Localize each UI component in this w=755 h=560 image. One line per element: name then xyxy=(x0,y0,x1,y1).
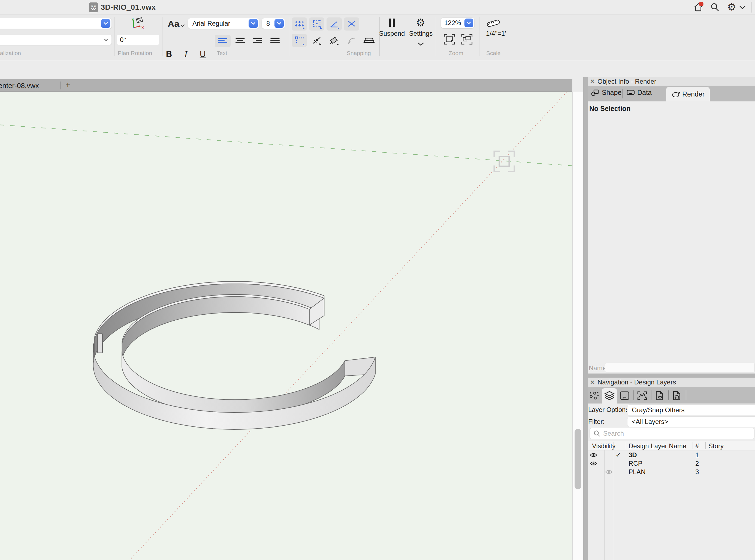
visibility-eye-icon[interactable] xyxy=(590,461,597,467)
layer-table-rows: ✓3D1 RCP2 PLAN3 xyxy=(588,451,755,560)
saved-views-icon[interactable] xyxy=(588,389,601,402)
layer-row-plan[interactable]: PLAN3 xyxy=(588,467,755,476)
zoom-level-value: 122% xyxy=(441,19,465,27)
application-window: V 3D-RIO_01.vwx ⚙ alization xyxy=(0,0,755,560)
col-story: Story xyxy=(708,442,724,450)
data-icon xyxy=(626,89,635,97)
references-icon[interactable] xyxy=(670,389,683,402)
align-justify-button[interactable] xyxy=(267,35,283,47)
visualization-dropdown[interactable] xyxy=(0,18,112,29)
chevron-down-icon xyxy=(104,38,108,41)
layer-search[interactable] xyxy=(589,428,754,439)
snap-point-marker xyxy=(494,151,514,172)
scale-value[interactable]: 1/4"=1' xyxy=(483,30,510,37)
search-icon[interactable] xyxy=(710,3,720,12)
pause-icon[interactable] xyxy=(388,18,396,27)
document-tab[interactable]: enter-08.vwx xyxy=(0,81,39,90)
close-icon[interactable]: ✕ xyxy=(590,379,597,386)
shape-icon xyxy=(591,89,600,97)
object-info-tabs: Shape Data Render xyxy=(588,86,755,101)
design-layers-tab[interactable] xyxy=(602,388,617,403)
saved-views-document-icon[interactable] xyxy=(653,389,666,402)
viewports-icon[interactable] xyxy=(636,389,649,402)
suspend-button[interactable]: Suspend xyxy=(379,30,405,37)
layer-row-3d[interactable]: ✓3D1 xyxy=(588,451,755,459)
panel-divider[interactable] xyxy=(583,374,755,378)
vectorworks-file-icon: V xyxy=(89,2,98,12)
plan-rotation-angle-field[interactable] xyxy=(117,35,159,45)
dropdown-chevron-button[interactable] xyxy=(101,19,110,28)
plan-rotation-icon: Y X xyxy=(129,17,144,30)
tab-render[interactable]: Render xyxy=(666,87,710,101)
align-right-button[interactable] xyxy=(250,35,265,47)
name-input[interactable] xyxy=(605,363,754,373)
fit-objects-button[interactable] xyxy=(461,33,473,45)
close-icon[interactable]: ✕ xyxy=(590,78,597,85)
font-size-value: 8 xyxy=(262,20,274,27)
new-tab-button[interactable]: + xyxy=(65,80,70,89)
document-tabbar: enter-08.vwx + xyxy=(0,79,572,92)
settings-gear-icon[interactable]: ⚙ xyxy=(416,17,425,28)
settings-button[interactable]: Settings xyxy=(408,30,433,37)
constrain-parallel-button[interactable] xyxy=(309,34,324,47)
underline-button[interactable]: U xyxy=(195,49,210,59)
align-center-button[interactable] xyxy=(232,35,248,47)
settings-expand-chevron[interactable] xyxy=(417,42,424,46)
font-size-dropdown[interactable]: 8 xyxy=(262,18,285,29)
layers-icon xyxy=(604,391,615,401)
scrollbar-thumb[interactable] xyxy=(575,429,581,489)
object-snap-button[interactable] xyxy=(309,17,324,31)
visibility-eye-icon-gray[interactable] xyxy=(605,469,612,476)
search-input[interactable] xyxy=(603,430,754,437)
layer-name[interactable]: PLAN xyxy=(629,468,646,476)
notification-badge xyxy=(699,2,703,6)
canvas-scrollbar[interactable] xyxy=(572,92,583,560)
ruler-icon xyxy=(486,17,501,29)
drawing-canvas[interactable] xyxy=(0,92,572,560)
working-plane-icon[interactable] xyxy=(362,34,377,47)
italic-button[interactable]: I xyxy=(178,49,193,59)
col-visibility: Visibility xyxy=(592,442,615,450)
tab-data[interactable]: Data xyxy=(626,88,652,97)
intersection-snap-button[interactable] xyxy=(344,17,359,31)
layer-number: 1 xyxy=(695,451,699,459)
navigation-header: ✕ Navigation - Design Layers xyxy=(588,378,755,387)
text-style-menu[interactable]: Aa xyxy=(168,19,185,29)
tangent-snap-button[interactable] xyxy=(344,34,359,47)
layer-name[interactable]: RCP xyxy=(629,460,642,467)
angle-snap-button[interactable] xyxy=(327,17,342,31)
layer-options-label: Layer Options: xyxy=(588,406,631,414)
zoom-level-dropdown[interactable]: 122% xyxy=(441,17,474,28)
section-label-snapping: Snapping xyxy=(347,50,371,56)
teapot-icon xyxy=(671,90,680,98)
layer-number: 2 xyxy=(695,460,699,467)
filter-dropdown[interactable]: <All Layers> xyxy=(627,416,755,427)
3d-ring-object[interactable] xyxy=(93,281,375,429)
bold-button[interactable]: B xyxy=(161,49,177,59)
font-family-dropdown[interactable]: Arial Regular xyxy=(188,18,259,29)
chevron-down-icon[interactable] xyxy=(739,5,746,9)
align-left-button[interactable] xyxy=(215,35,230,47)
font-family-value: Arial Regular xyxy=(188,20,249,27)
grid-snap-button[interactable] xyxy=(292,17,307,31)
section-label-zoom: Zoom xyxy=(449,50,463,56)
gear-icon[interactable]: ⚙ xyxy=(727,1,736,13)
name-row: Name: xyxy=(588,363,755,374)
visibility-eye-icon[interactable] xyxy=(590,453,597,459)
layer-name[interactable]: 3D xyxy=(629,451,637,459)
green-dashed-guide xyxy=(0,125,572,166)
active-layer-check: ✓ xyxy=(615,451,621,459)
fit-page-button[interactable] xyxy=(443,33,456,45)
selection-status: No Selection xyxy=(589,105,630,113)
object-info-title: Object Info - Render xyxy=(597,78,656,85)
search-icon xyxy=(593,430,600,437)
visualization-dropdown-2[interactable] xyxy=(0,35,112,45)
layer-row-rcp[interactable]: RCP2 xyxy=(588,459,755,467)
planar-snap-button[interactable] xyxy=(327,34,342,47)
section-label-scale: Scale xyxy=(486,50,501,56)
red-dotted-guide xyxy=(130,92,567,560)
sheet-layers-icon[interactable] xyxy=(618,389,631,402)
tab-shape[interactable]: Shape xyxy=(591,88,621,97)
edge-snap-button[interactable] xyxy=(292,34,307,47)
layer-options-dropdown[interactable]: Gray/Snap Others xyxy=(627,404,755,416)
